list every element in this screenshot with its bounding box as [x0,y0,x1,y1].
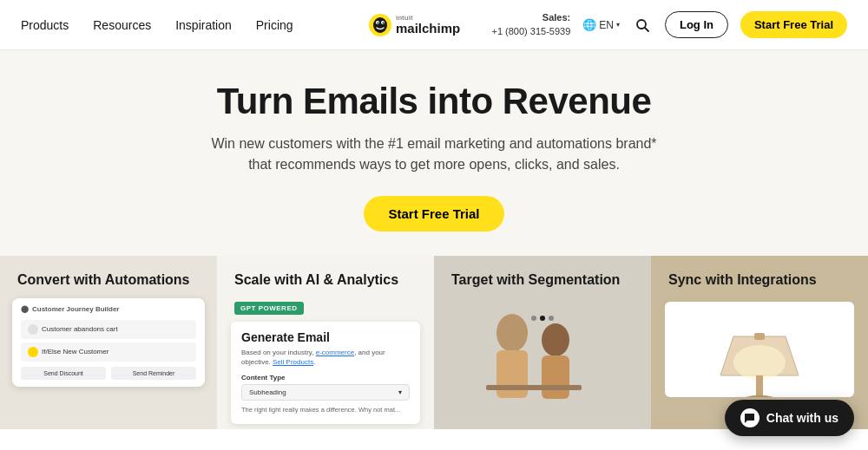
chat-icon-circle [740,408,760,427]
nav-pricing[interactable]: Pricing [256,18,293,32]
svg-point-19 [742,395,777,397]
ai-mock: Generate Email Based on your industry, e… [231,322,420,424]
automations-footer: Send Discount Send Reminder [21,367,196,380]
gpt-badge: GPT POWERED [234,302,304,315]
svg-line-9 [645,28,648,31]
content-type-select[interactable]: Subheading ▾ [241,384,410,401]
svg-rect-20 [754,333,765,340]
svg-point-1 [373,17,387,33]
nav-products[interactable]: Products [21,18,69,32]
chevron-down-icon: ▾ [616,21,620,29]
mailchimp-logo: intuit mailchimp [365,10,503,40]
ai-mock-heading: Generate Email [241,330,410,344]
sales-label: Sales: [491,11,570,24]
svg-point-12 [542,323,569,356]
login-button[interactable]: Log In [665,11,728,38]
send-discount-btn: Send Discount [21,367,106,380]
nav-resources[interactable]: Resources [93,18,151,32]
automations-mock-header: ⬤ Customer Journey Builder [21,305,196,313]
lamp-illustration [716,302,803,397]
step-icon [28,347,38,357]
feature-segmentation: Target with Segmentation [434,256,651,429]
automations-step-1: Customer abandons cart [21,320,196,339]
chat-label: Chat with us [766,411,838,425]
svg-rect-11 [496,350,528,398]
main-header: Products Resources Inspiration Pricing i… [0,0,868,50]
automations-mock: ⬤ Customer Journey Builder Customer aban… [12,298,205,387]
svg-rect-18 [756,375,763,397]
svg-text:mailchimp: mailchimp [396,21,460,36]
nav-left: Products Resources Inspiration Pricing [21,18,293,32]
svg-point-5 [383,22,385,23]
chat-icon [744,413,755,424]
logo[interactable]: intuit mailchimp [365,10,503,40]
automations-step-2: If/Else New Customer [21,342,196,362]
hero-cta-button[interactable]: Start Free Trial [364,196,503,232]
step-icon [28,324,38,335]
search-icon [635,18,649,32]
map-icon: ⬤ [21,305,29,313]
nav-inspiration[interactable]: Inspiration [175,18,232,32]
svg-point-17 [733,345,786,380]
search-button[interactable] [632,15,653,36]
globe-icon: 🌐 [582,18,596,31]
feature-segmentation-title: Target with Segmentation [434,256,651,298]
content-type-label: Content Type [241,374,410,382]
segmentation-content [434,298,651,402]
send-reminder-btn: Send Reminder [111,367,196,380]
svg-rect-14 [486,385,582,390]
hero-heading: Turn Emails into Revenue [17,82,851,121]
chat-bubble[interactable]: Chat with us [725,400,854,436]
svg-point-10 [496,314,528,352]
svg-point-4 [378,22,379,23]
language-selector[interactable]: 🌐 EN ▾ [582,18,620,31]
people-illustration [434,307,625,402]
hero-subtext: Win new customers with the #1 email mark… [208,134,660,175]
sales-info: Sales: +1 (800) 315-5939 [491,11,570,38]
feature-automations-title: Convert with Automations [0,256,217,298]
svg-rect-13 [542,355,569,399]
nav-right: Sales: +1 (800) 315-5939 🌐 EN ▾ Log In S… [491,11,847,38]
feature-integrations-title: Sync with Integrations [651,256,868,298]
ai-mock-desc: The right light really makes a differenc… [241,406,410,415]
lang-label: EN [599,19,614,31]
hero-section: Turn Emails into Revenue Win new custome… [0,50,868,256]
header-trial-button[interactable]: Start Free Trial [740,11,847,38]
sales-phone[interactable]: +1 (800) 315-5939 [491,25,570,38]
ai-mock-sub: Based on your industry, e-commerce, and … [241,348,410,367]
feature-automations: Convert with Automations ⬤ Customer Jour… [0,256,217,429]
integrations-mock [665,302,854,397]
feature-ai-title: Scale with AI & Analytics [217,256,434,298]
chevron-down-icon: ▾ [398,388,402,396]
feature-ai: Scale with AI & Analytics GPT POWERED Ge… [217,256,434,429]
